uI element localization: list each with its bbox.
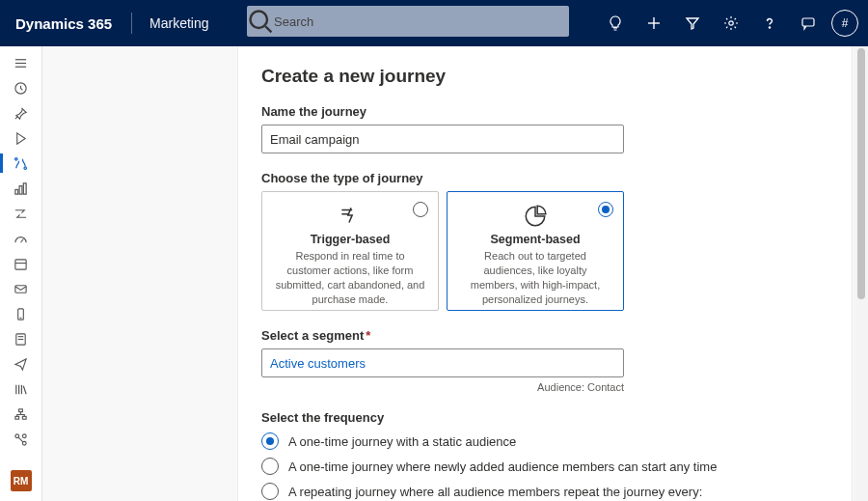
help-icon[interactable] xyxy=(750,0,789,46)
card-trigger-based[interactable]: Trigger-based Respond in real time to cu… xyxy=(261,191,439,311)
freq-option-label: A one-time journey with a static audienc… xyxy=(288,434,516,449)
svg-line-11 xyxy=(15,116,18,119)
journey-name-input[interactable] xyxy=(261,125,624,153)
journey-name-label: Name the journey xyxy=(261,104,852,119)
create-journey-panel: Create a new journey Name the journey Ch… xyxy=(237,46,853,501)
frequency-label: Select the frequency xyxy=(261,410,852,425)
nav-hamburger-icon[interactable] xyxy=(0,50,42,75)
nav-calendar-icon[interactable] xyxy=(0,251,42,276)
freq-option-static[interactable]: A one-time journey with a static audienc… xyxy=(261,432,852,450)
filter-icon[interactable] xyxy=(673,0,712,46)
app-header: Dynamics 365 Marketing # xyxy=(0,0,868,46)
page-title: Create a new journey xyxy=(261,66,852,87)
nav-mail-icon[interactable] xyxy=(0,276,42,301)
svg-point-13 xyxy=(24,166,26,168)
svg-point-34 xyxy=(22,441,26,445)
card-desc: Respond in real time to customer actions… xyxy=(274,249,426,306)
card-title: Segment-based xyxy=(490,233,580,246)
svg-rect-20 xyxy=(15,285,26,292)
audience-hint: Audience: Contact xyxy=(261,381,624,393)
nav-play-icon[interactable] xyxy=(0,125,42,151)
nav-analytics-icon[interactable] xyxy=(0,176,42,201)
app-body: RM Create a new journey Name the journey… xyxy=(0,46,868,501)
freq-option-label: A repeating journey where all audience m… xyxy=(288,485,702,499)
global-search[interactable] xyxy=(247,6,569,37)
svg-point-4 xyxy=(729,21,733,25)
brand-divider xyxy=(131,13,132,34)
main-area: Create a new journey Name the journey Ch… xyxy=(42,46,868,501)
nav-mobile-icon[interactable] xyxy=(0,301,42,326)
card-title: Trigger-based xyxy=(311,233,391,246)
nav-form-icon[interactable] xyxy=(0,326,42,351)
svg-rect-14 xyxy=(15,189,18,194)
freq-option-dynamic[interactable]: A one-time journey where newly added aud… xyxy=(261,458,852,475)
svg-rect-18 xyxy=(15,259,26,268)
svg-point-0 xyxy=(251,12,268,29)
freq-option-repeat[interactable]: A repeating journey where all audience m… xyxy=(261,483,852,500)
module-title: Marketing xyxy=(136,15,222,31)
nav-connect-icon[interactable] xyxy=(0,427,42,452)
radio-icon xyxy=(413,202,428,217)
svg-rect-32 xyxy=(22,416,26,419)
svg-point-33 xyxy=(15,433,19,437)
svg-rect-31 xyxy=(15,416,19,419)
radio-icon xyxy=(261,432,279,450)
card-desc: Reach out to targeted audiences, like lo… xyxy=(459,249,611,306)
area-switcher-badge[interactable]: RM xyxy=(11,470,32,491)
svg-line-29 xyxy=(23,385,26,393)
radio-icon xyxy=(261,483,279,500)
svg-rect-15 xyxy=(19,185,22,193)
nav-send-icon[interactable] xyxy=(0,351,42,376)
svg-line-17 xyxy=(21,238,24,242)
nav-gauge-icon[interactable] xyxy=(0,226,42,251)
scrollbar[interactable] xyxy=(854,46,868,501)
chat-icon[interactable] xyxy=(789,0,827,46)
journey-type-cards: Trigger-based Respond in real time to cu… xyxy=(261,191,852,311)
scrollbar-thumb[interactable] xyxy=(857,48,865,299)
segment-label: Select a segment* xyxy=(261,328,852,343)
svg-point-35 xyxy=(22,433,26,437)
radio-icon xyxy=(261,458,279,475)
lightbulb-icon[interactable] xyxy=(596,0,635,46)
freq-option-label: A one-time journey where newly added aud… xyxy=(288,459,717,474)
svg-point-5 xyxy=(769,27,770,28)
search-input[interactable] xyxy=(274,14,569,29)
nav-flow-icon[interactable] xyxy=(0,201,42,226)
svg-rect-6 xyxy=(802,18,814,26)
left-nav-rail: RM xyxy=(0,46,42,501)
svg-line-1 xyxy=(265,26,271,32)
gear-icon[interactable] xyxy=(712,0,750,46)
card-segment-based[interactable]: Segment-based Reach out to targeted audi… xyxy=(447,191,624,311)
radio-icon xyxy=(598,202,613,217)
nav-recent-icon[interactable] xyxy=(0,75,42,100)
nav-pin-icon[interactable] xyxy=(0,100,42,125)
journey-type-label: Choose the type of journey xyxy=(261,171,852,185)
header-actions: # xyxy=(596,0,868,46)
pie-icon xyxy=(523,204,548,229)
svg-point-12 xyxy=(15,157,17,159)
nav-org-icon[interactable] xyxy=(0,402,42,427)
svg-rect-16 xyxy=(23,182,26,193)
nav-library-icon[interactable] xyxy=(0,376,42,402)
brand-title: Dynamics 365 xyxy=(0,0,127,46)
user-avatar[interactable]: # xyxy=(831,10,858,37)
segment-input[interactable] xyxy=(261,348,624,377)
nav-journeys-icon[interactable] xyxy=(0,151,42,176)
plus-icon[interactable] xyxy=(635,0,673,46)
search-icon xyxy=(247,8,274,35)
bolt-icon xyxy=(338,204,363,229)
svg-rect-30 xyxy=(19,408,23,411)
